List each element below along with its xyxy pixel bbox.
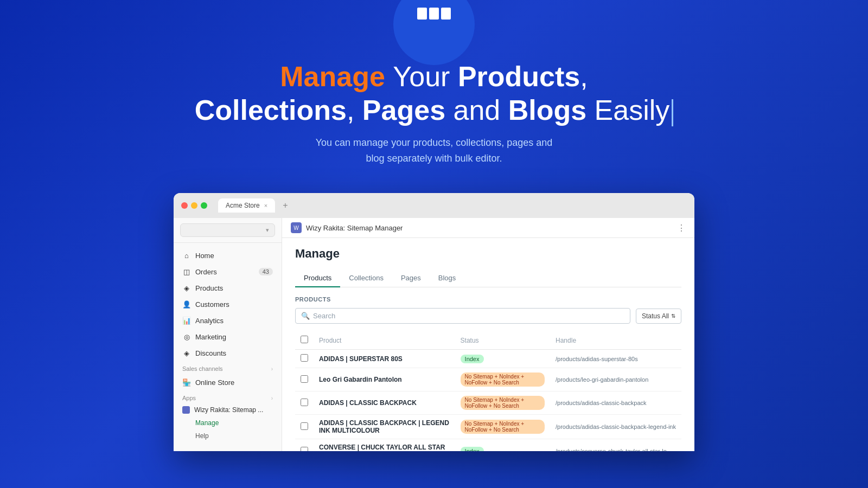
row-checkbox-2[interactable] bbox=[301, 399, 308, 406]
row-handle-1: /products/leo-gri-gabardin-pantolon bbox=[550, 368, 681, 391]
headline-comma2: , bbox=[347, 94, 362, 126]
browser-window: Acme Store × + ▾ ⌂ Home bbox=[174, 193, 694, 451]
headline-your: Your bbox=[393, 61, 458, 92]
cursor-bar bbox=[672, 99, 673, 126]
sidebar-item-marketing-label: Marketing bbox=[195, 333, 226, 341]
sidebar-item-analytics-label: Analytics bbox=[195, 317, 224, 325]
status-badge-1: No Sitemap + NoIndex + NoFollow + No Sea… bbox=[461, 373, 545, 387]
table-row: ADIDAS | CLASSIC BACKPACK | LEGEND INK M… bbox=[295, 415, 681, 439]
sidebar-search-chevron: ▾ bbox=[266, 227, 269, 234]
status-badge-2: No Sitemap + NoIndex + NoFollow + No Sea… bbox=[461, 396, 545, 410]
logo-area bbox=[0, 0, 868, 43]
app-topbar: W Wizy Rakita: Sitemap Manager ⋮ bbox=[282, 218, 694, 238]
row-handle-2: /products/adidas-classic-backpack bbox=[550, 391, 681, 415]
filters-row: 🔍 Search Status All ⇅ bbox=[295, 308, 681, 324]
tab-collections[interactable]: Collections bbox=[340, 269, 392, 287]
sidebar-item-orders[interactable]: ◫ Orders 43 bbox=[174, 264, 282, 280]
row-checkbox-cell-3 bbox=[295, 415, 314, 439]
tab-new-button[interactable]: + bbox=[283, 201, 288, 210]
apps-section-header: Apps › bbox=[174, 390, 282, 403]
row-checkbox-3[interactable] bbox=[301, 422, 308, 430]
orders-badge: 43 bbox=[259, 268, 273, 275]
app-topbar-name: Wizy Rakita: Sitemap Manager bbox=[306, 224, 403, 232]
sales-channels-label: Sales channels bbox=[182, 365, 223, 372]
sidebar-subitem-help-label: Help bbox=[195, 432, 209, 440]
headline-blogs: Blogs bbox=[508, 94, 586, 126]
status-badge-3: No Sitemap + NoIndex + NoFollow + No Sea… bbox=[461, 420, 545, 434]
row-checkbox-cell-0 bbox=[295, 350, 314, 368]
subheadline-line1: You can manage your products, collection… bbox=[316, 137, 553, 148]
home-icon: ⌂ bbox=[182, 251, 191, 260]
tab-close-button[interactable]: × bbox=[264, 202, 267, 209]
customers-icon: 👤 bbox=[182, 300, 191, 309]
row-checkbox-cell-4 bbox=[295, 439, 314, 452]
sidebar-item-marketing[interactable]: ◎ Marketing bbox=[174, 329, 282, 345]
status-badge-0: Index bbox=[461, 355, 484, 363]
sidebar-search-input[interactable]: ▾ bbox=[180, 223, 275, 237]
wizy-app-icon bbox=[182, 406, 190, 414]
tab-blogs[interactable]: Blogs bbox=[430, 269, 465, 287]
traffic-light-green[interactable] bbox=[201, 202, 207, 209]
online-store-icon: 🏪 bbox=[182, 378, 191, 387]
headline-easily: Easily bbox=[586, 94, 669, 126]
status-filter-dropdown[interactable]: Status All ⇅ bbox=[636, 309, 681, 324]
row-checkbox-1[interactable] bbox=[301, 375, 308, 383]
row-checkbox-4[interactable] bbox=[301, 447, 308, 452]
sidebar-item-wizy-rakita[interactable]: Wizy Rakita: Sitemap ... bbox=[174, 403, 282, 416]
app-layout: ▾ ⌂ Home ◫ Orders 43 bbox=[174, 218, 694, 451]
sidebar-subitem-manage[interactable]: Manage bbox=[174, 416, 282, 429]
sidebar-item-orders-label: Orders bbox=[195, 268, 217, 276]
headline-collections: Collections bbox=[195, 94, 347, 126]
logo-circle bbox=[401, 0, 467, 43]
browser-wrapper: Acme Store × + ▾ ⌂ Home bbox=[0, 193, 868, 451]
apps-label: Apps bbox=[182, 395, 196, 401]
sidebar-item-customers[interactable]: 👤 Customers bbox=[174, 296, 282, 312]
tab-title: Acme Store bbox=[226, 202, 260, 209]
row-product-name-3: ADIDAS | CLASSIC BACKPACK | LEGEND INK M… bbox=[314, 415, 455, 439]
sales-channels-section: Sales channels › bbox=[174, 361, 282, 374]
tab-products[interactable]: Products bbox=[295, 269, 340, 287]
sidebar-subitem-manage-label: Manage bbox=[195, 419, 219, 427]
row-checkbox-cell-2 bbox=[295, 391, 314, 415]
tab-pages[interactable]: Pages bbox=[392, 269, 430, 287]
products-search-box[interactable]: 🔍 Search bbox=[295, 308, 630, 324]
sidebar-item-products-label: Products bbox=[195, 284, 223, 292]
sidebar-item-home[interactable]: ⌂ Home bbox=[174, 247, 282, 264]
sidebar-item-online-store-label: Online Store bbox=[195, 378, 234, 387]
sales-channels-chevron[interactable]: › bbox=[271, 366, 273, 372]
row-status-0: Index bbox=[455, 350, 550, 368]
sidebar-item-discounts[interactable]: ◈ Discounts bbox=[174, 345, 282, 361]
app-topbar-icon: W bbox=[291, 222, 302, 233]
analytics-icon: 📊 bbox=[182, 316, 191, 325]
sidebar-item-discounts-label: Discounts bbox=[195, 349, 226, 357]
sidebar-item-wizy-label: Wizy Rakita: Sitemap ... bbox=[194, 406, 263, 414]
traffic-light-yellow[interactable] bbox=[191, 202, 197, 209]
sidebar-subitem-help[interactable]: Help bbox=[174, 429, 282, 442]
row-product-name-0: ADIDAS | SUPERSTAR 80S bbox=[314, 350, 455, 368]
row-status-1: No Sitemap + NoIndex + NoFollow + No Sea… bbox=[455, 368, 550, 391]
row-status-4: Index bbox=[455, 439, 550, 452]
select-all-checkbox[interactable] bbox=[301, 336, 308, 343]
headline-pages: Pages bbox=[362, 94, 445, 126]
sidebar-item-online-store[interactable]: 🏪 Online Store bbox=[174, 374, 282, 390]
sidebar-item-analytics[interactable]: 📊 Analytics bbox=[174, 312, 282, 329]
headline-manage: Manage bbox=[280, 61, 385, 92]
search-icon: 🔍 bbox=[301, 312, 310, 320]
subheadline: You can manage your products, collection… bbox=[11, 135, 857, 166]
row-checkbox-0[interactable] bbox=[301, 354, 308, 362]
tabs-bar: Products Collections Pages Blogs bbox=[295, 269, 681, 287]
marketing-icon: ◎ bbox=[182, 332, 191, 341]
headline-comma1: , bbox=[580, 61, 588, 92]
browser-tab[interactable]: Acme Store × bbox=[218, 198, 275, 213]
apps-chevron[interactable]: › bbox=[271, 395, 273, 401]
row-handle-0: /products/adidas-superstar-80s bbox=[550, 350, 681, 368]
headline-line2: Collections, Pages and Blogs Easily bbox=[11, 93, 857, 127]
table-row: CONVERSE | CHUCK TAYLOR ALL STAR LO Inde… bbox=[295, 439, 681, 452]
row-handle-4: /products/converse-chuck-taylor-all-star… bbox=[550, 439, 681, 452]
subheadline-line2: blog separately with bulk editor. bbox=[366, 153, 502, 164]
manage-section: Manage Products Collections Pages Blogs … bbox=[282, 238, 694, 451]
traffic-light-red[interactable] bbox=[181, 202, 188, 209]
topbar-menu-icon[interactable]: ⋮ bbox=[677, 223, 686, 233]
sidebar-item-products[interactable]: ◈ Products bbox=[174, 280, 282, 296]
row-product-name-2: ADIDAS | CLASSIC BACKPACK bbox=[314, 391, 455, 415]
